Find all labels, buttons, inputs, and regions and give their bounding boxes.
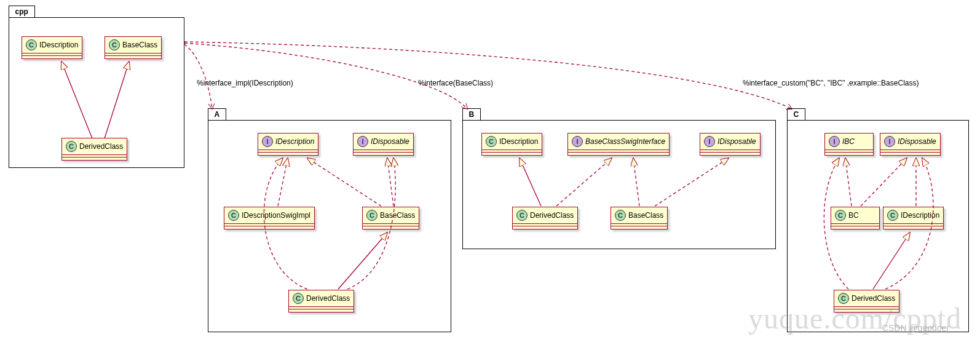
edge-label-interface-impl: %interface_impl(IDescription) [197, 79, 293, 87]
class-c-idisposable: IIDisposable [880, 133, 941, 156]
package-a: A IIDescription IIDisposable CIDescripti… [208, 120, 451, 332]
edge-cpp-to-a [184, 44, 212, 109]
class-b-baseclassswiginterface: IBaseClassSwigInterface [567, 133, 670, 156]
package-a-tab: A [208, 108, 227, 120]
package-c-tab: C [787, 108, 806, 120]
class-b-idisposable: IIDisposable [700, 133, 761, 156]
class-stereo-icon: C [486, 136, 497, 147]
class-cpp-baseclass: CBaseClass [105, 36, 162, 59]
class-stereo-icon: C [293, 293, 304, 304]
class-name-label: BaseClassSwigInterface [585, 137, 665, 146]
class-b-idescription: CIDescription [481, 133, 542, 156]
class-name-label: BaseClass [628, 211, 663, 220]
class-stereo-icon: C [516, 210, 528, 221]
class-name-label: BC [848, 211, 859, 220]
class-stereo-icon: C [228, 210, 239, 221]
class-a-idescription: IIDescription [258, 133, 318, 156]
class-name-label: IDescription [39, 41, 78, 49]
class-stereo-icon: C [366, 210, 377, 221]
class-name-label: IDescriptionSwigImpl [242, 211, 310, 220]
class-name-label: BaseClass [380, 211, 415, 220]
class-c-idescription: CIDescription [883, 207, 944, 229]
class-c-bc: CBC [831, 207, 880, 229]
edge-cpp-to-c [184, 42, 792, 109]
package-cpp: cpp CIDescription CBaseClass CDerivedCla… [9, 17, 184, 168]
package-cpp-tab: cpp [9, 6, 35, 17]
class-b-derivedclass: CDerivedClass [512, 207, 578, 229]
class-a-idisposable: IIDisposable [353, 133, 414, 156]
watermark-csdn: CSDN @gepdoer [882, 323, 949, 333]
class-name-label: IDescription [499, 137, 538, 146]
package-cpp-label: cpp [15, 7, 28, 16]
class-stereo-icon: C [835, 210, 846, 221]
edge-label-interface-custom: %interface_custom("BC", "IBC" ,example::… [743, 79, 919, 87]
interface-stereo-icon: I [572, 136, 583, 147]
class-b-baseclass: CBaseClass [611, 207, 668, 229]
interface-stereo-icon: I [262, 136, 273, 147]
edge-label-interface: %interface(BaseClass) [418, 79, 493, 87]
class-a-idescswigimpl: CIDescriptionSwigImpl [224, 207, 315, 229]
class-c-ibc: IIBC [824, 133, 874, 156]
class-stereo-icon: C [887, 210, 898, 221]
class-name-label: IDisposable [371, 137, 409, 146]
package-b-label: B [469, 110, 475, 119]
package-a-label: A [215, 110, 220, 119]
edge-cpp-to-b [184, 43, 467, 109]
class-name-label: DerivedClass [530, 211, 574, 220]
class-name-label: IDescription [901, 211, 939, 220]
class-stereo-icon: C [615, 210, 626, 221]
class-name-label: BaseClass [122, 41, 157, 49]
interface-stereo-icon: I [704, 136, 715, 147]
class-a-derivedclass: CDerivedClass [288, 290, 354, 313]
class-name-label: IDescription [275, 137, 314, 146]
interface-stereo-icon: I [829, 136, 840, 147]
class-a-baseclass: CBaseClass [362, 207, 419, 229]
class-stereo-icon: C [66, 141, 77, 152]
package-b: B CIDescription IBaseClassSwigInterface … [462, 120, 776, 249]
class-cpp-idescription: CIDescription [22, 36, 82, 59]
package-b-tab: B [462, 108, 481, 120]
package-c-label: C [794, 110, 799, 119]
class-name-label: IDisposable [717, 137, 756, 146]
interface-stereo-icon: I [357, 136, 368, 147]
interface-stereo-icon: I [884, 136, 895, 147]
class-cpp-derivedclass: CDerivedClass [61, 138, 127, 161]
class-stereo-icon: C [26, 39, 37, 50]
class-name-label: IBC [842, 137, 855, 146]
class-name-label: IDisposable [898, 137, 936, 146]
class-stereo-icon: C [109, 39, 120, 50]
package-c: C IIBC IIDisposable CBC CIDescription CD… [787, 120, 969, 332]
class-name-label: DerivedClass [306, 294, 350, 303]
class-name-label: DerivedClass [79, 142, 123, 151]
